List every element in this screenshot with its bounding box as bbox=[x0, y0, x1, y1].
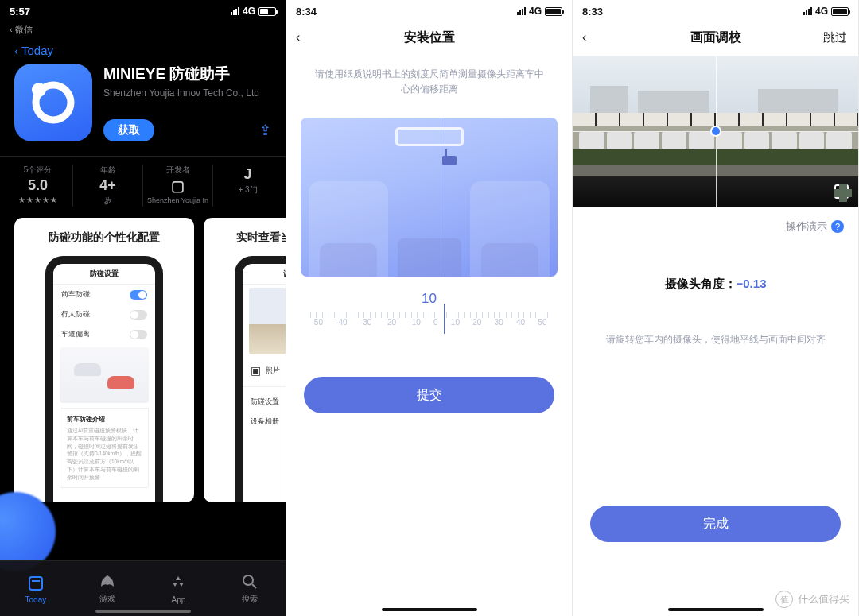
phone-install-position: 8:34 4G ‹ 安装位置 请使用纸质说明书上的刻度尺简单测量摄像头距离车中心… bbox=[286, 0, 573, 616]
center-target-icon bbox=[710, 126, 721, 137]
status-bar: 8:33 4G bbox=[573, 0, 858, 22]
breadcrumb[interactable]: ‹ 微信 bbox=[0, 22, 286, 44]
divider bbox=[0, 156, 286, 157]
status-time: 8:33 bbox=[582, 6, 603, 17]
tab-apps[interactable]: App bbox=[143, 561, 215, 616]
svg-rect-3 bbox=[32, 580, 40, 582]
phone-calibration: 8:33 4G ‹ 画面调校 跳过 操作演示? 摄像头角度：−0.13 请旋转您… bbox=[573, 0, 859, 616]
submit-button[interactable]: 提交 bbox=[304, 377, 554, 413]
back-today[interactable]: ‹ Today bbox=[0, 44, 286, 57]
ruler-pointer-icon bbox=[444, 304, 445, 334]
back-button[interactable]: ‹ bbox=[296, 30, 300, 45]
svg-rect-2 bbox=[29, 577, 42, 590]
intro-text: 请使用纸质说明书上的刻度尺简单测量摄像头距离车中心的偏移距离 bbox=[286, 52, 572, 103]
screenshot-1: 防碰功能的个性化配置 防碰设置 前车防碰 行人防碰 车道偏离 前车防碰介绍通过A… bbox=[14, 218, 194, 502]
skip-button[interactable]: 跳过 bbox=[823, 30, 847, 45]
car-interior-illustration bbox=[301, 118, 558, 277]
status-bar: 8:34 4G bbox=[286, 0, 572, 22]
info-dev: 开发者 ▢ Shenzhen Youjia In bbox=[143, 165, 213, 207]
battery-icon bbox=[545, 7, 562, 16]
tab-bar: Today 游戏 App 搜索 bbox=[0, 560, 286, 616]
rearview-mirror-icon bbox=[395, 127, 464, 146]
screenshot-2: 实时查看当前画面/回放 设备 A ▣照片 防碰设置 设备相册 bbox=[204, 218, 286, 502]
signal-icon bbox=[231, 7, 239, 15]
signal-icon bbox=[517, 7, 526, 15]
home-indicator[interactable] bbox=[668, 608, 764, 611]
battery-icon bbox=[831, 7, 849, 16]
info-age: 年龄 4+ 岁 bbox=[73, 165, 143, 207]
info-rating: 5个评分 5.0 ★★★★★ bbox=[3, 165, 73, 207]
chevron-left-icon: ‹ bbox=[14, 44, 18, 57]
app-title: MINIEYE 防碰助手 bbox=[103, 64, 271, 84]
person-icon: ▢ bbox=[146, 177, 209, 195]
nav-bar: ‹ 安装位置 bbox=[286, 22, 572, 52]
demo-link[interactable]: 操作演示? bbox=[573, 207, 858, 234]
status-time: 5:57 bbox=[10, 6, 30, 17]
home-indicator[interactable] bbox=[95, 610, 191, 613]
ruler-value: 10 bbox=[310, 291, 549, 307]
status-time: 8:34 bbox=[296, 6, 317, 17]
tab-search[interactable]: 搜索 bbox=[214, 561, 286, 616]
network-label: 4G bbox=[243, 6, 255, 17]
promo-blob bbox=[0, 492, 56, 571]
back-button[interactable]: ‹ bbox=[582, 30, 586, 45]
page-title: 安装位置 bbox=[404, 29, 455, 46]
home-indicator[interactable] bbox=[382, 608, 477, 611]
help-icon: ? bbox=[831, 220, 844, 233]
screenshots[interactable]: 防碰功能的个性化配置 防碰设置 前车防碰 行人防碰 车道偏离 前车防碰介绍通过A… bbox=[0, 218, 286, 502]
watermark-icon: 值 bbox=[775, 591, 793, 608]
watermark: 值 什么值得买 bbox=[775, 591, 849, 608]
app-subtitle: Shenzhen Youjia Innov Tech Co., Ltd bbox=[103, 87, 271, 100]
offset-ruler[interactable]: 10 -50-40-30-20-1001020304050 bbox=[310, 291, 549, 340]
get-button[interactable]: 获取 bbox=[103, 119, 154, 141]
fullscreen-icon[interactable] bbox=[834, 184, 849, 199]
phone-appstore: 5:57 4G ‹ 微信 ‹ Today MINIEYE 防碰助手 Shenzh… bbox=[0, 0, 286, 616]
tab-games[interactable]: 游戏 bbox=[72, 561, 143, 616]
battery-icon bbox=[258, 7, 276, 16]
svg-point-1 bbox=[32, 83, 46, 97]
page-title: 画面调校 bbox=[690, 29, 741, 46]
nav-bar: ‹ 画面调校 跳过 bbox=[573, 22, 858, 52]
app-icon[interactable] bbox=[14, 64, 92, 141]
svg-point-4 bbox=[243, 575, 253, 585]
hint-text: 请旋转您车内的摄像头，使得地平线与画面中间对齐 bbox=[573, 333, 858, 347]
camera-preview[interactable] bbox=[573, 56, 858, 207]
svg-line-5 bbox=[252, 584, 256, 588]
signal-icon bbox=[803, 7, 812, 15]
status-bar: 5:57 4G bbox=[0, 0, 286, 22]
share-icon[interactable]: ⇪ bbox=[259, 122, 271, 139]
info-more: J + 3门 bbox=[213, 165, 282, 207]
tab-today[interactable]: Today bbox=[0, 561, 72, 616]
camera-angle: 摄像头角度：−0.13 bbox=[573, 277, 858, 292]
done-button[interactable]: 完成 bbox=[590, 506, 841, 542]
app-info-row[interactable]: 5个评分 5.0 ★★★★★ 年龄 4+ 岁 开发者 ▢ Shenzhen Yo… bbox=[0, 165, 286, 218]
app-hero: MINIEYE 防碰助手 Shenzhen Youjia Innov Tech … bbox=[0, 57, 286, 143]
